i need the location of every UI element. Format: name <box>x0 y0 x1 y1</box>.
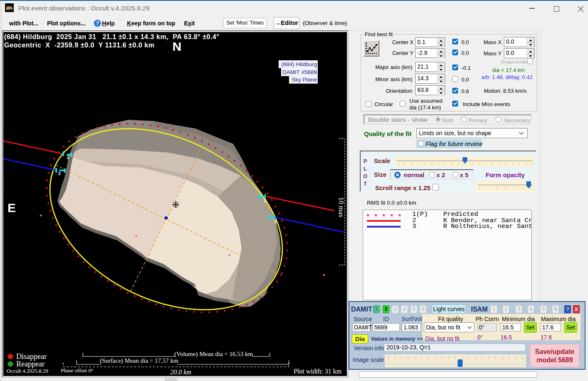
svg-text:Sky Plane: Sky Plane <box>292 77 317 83</box>
svg-text:DAMIT #5689: DAMIT #5689 <box>282 69 317 75</box>
svg-text:3: 3 <box>274 218 277 225</box>
svg-text:10 mas: 10 mas <box>337 197 345 218</box>
svg-text:(684) Hildburg: (684) Hildburg <box>281 61 317 67</box>
svg-text:Disappear: Disappear <box>16 352 47 361</box>
svg-text:Reappear: Reappear <box>16 360 45 368</box>
svg-text:Plot width: 31 km: Plot width: 31 km <box>294 368 342 375</box>
svg-text:20.0 km: 20.0 km <box>170 369 192 376</box>
svg-text:E: E <box>7 201 16 215</box>
svg-text:(Volume) Mean dia = 16.53 km: (Volume) Mean dia = 16.53 km <box>174 351 253 358</box>
svg-text:1: 1 <box>229 256 232 262</box>
svg-text:(Surface) Mean dia = 17.57 km: (Surface) Mean dia = 17.57 km <box>100 357 179 364</box>
svg-text:Occult 4.2025.8.29: Occult 4.2025.8.29 <box>7 368 48 374</box>
svg-text:(684) Hildburg 2025 Jan 31: (684) Hildburg 2025 Jan 31 21.1 ±0.1 x 1… <box>4 33 219 40</box>
svg-text:Geocentric X -2359.9 ±0.0 Y: Geocentric X -2359.9 ±0.0 Y 1131.6 ±0.0 … <box>4 42 154 49</box>
svg-text:2: 2 <box>67 154 70 160</box>
svg-text:2: 2 <box>264 197 267 203</box>
svg-text:N: N <box>172 40 182 53</box>
svg-text:3: 3 <box>58 170 61 176</box>
svg-text:Phase offset 0°: Phase offset 0° <box>61 367 93 374</box>
